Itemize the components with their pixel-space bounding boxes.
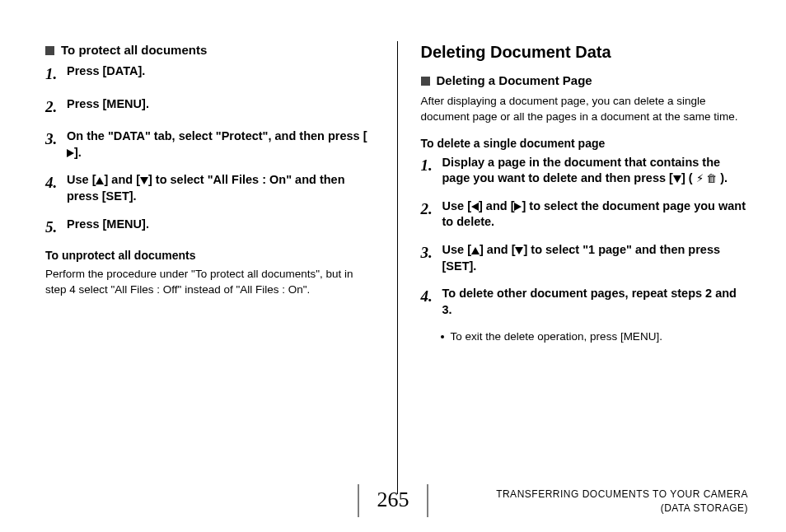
step-item: 1.Press [DATA].: [45, 63, 374, 85]
step-text: Press [MENU].: [67, 96, 374, 113]
section-title: To protect all documents: [61, 43, 207, 57]
right-arrow-icon: [67, 149, 74, 157]
section-heading: To protect all documents: [45, 43, 374, 57]
flash-trash-icon: ⚡︎ 🗑︎: [696, 172, 718, 184]
step-text: Press [DATA].: [67, 63, 374, 80]
step-item: 4.To delete other document pages, repeat…: [421, 286, 750, 318]
down-arrow-icon: [515, 247, 523, 254]
step-item: 4.Use [] and [] to select "All Files : O…: [45, 172, 374, 204]
page-number-box: 265: [358, 484, 428, 517]
step-item: 1.Display a page in the document that co…: [421, 155, 750, 187]
step-item: 2.Use [] and [] to select the document p…: [421, 198, 750, 231]
section-heading: Deleting a Document Page: [421, 73, 750, 87]
bullet-text: To exit the delete operation, press [MEN…: [451, 329, 662, 345]
step-text: Press [MENU].: [67, 217, 374, 233]
step-text: Use [] and [] to select the document pag…: [442, 198, 750, 231]
up-arrow-icon: [96, 177, 104, 184]
square-bullet-icon: [45, 46, 54, 55]
right-heading: Deleting Document Data: [421, 43, 750, 62]
down-arrow-icon: [673, 175, 681, 183]
right-steps-list: 1.Display a page in the document that co…: [421, 155, 750, 319]
step-text: On the "DATA" tab, select "Protect", and…: [67, 128, 374, 161]
step-text: Use [] and [] to select "1 page" and the…: [442, 242, 750, 274]
right-arrow-icon: [514, 203, 522, 211]
right-column: Deleting Document Data Deleting a Docume…: [398, 41, 750, 461]
step-item: 5.Press [MENU].: [45, 217, 374, 238]
footer-text: TRANSFERRING DOCUMENTS TO YOUR CAMERA (D…: [496, 488, 748, 516]
footer-line1: TRANSFERRING DOCUMENTS TO YOUR CAMERA: [496, 488, 748, 502]
footer-line2: (DATA STORAGE): [496, 502, 748, 516]
left-subheading: To unprotect all documents: [45, 249, 374, 262]
step-item: 3.Use [] and [] to select "1 page" and t…: [421, 242, 750, 274]
bullet-dot-icon: [441, 335, 444, 338]
left-steps-list: 1.Press [DATA]. 2.Press [MENU]. 3.On the…: [45, 63, 374, 237]
left-arrow-icon: [471, 203, 479, 211]
step-text: Use [] and [] to select "All Files : On"…: [67, 172, 374, 204]
square-bullet-icon: [421, 77, 430, 86]
down-arrow-icon: [140, 177, 148, 184]
right-subheading: To delete a single document page: [421, 137, 750, 150]
step-item: 2.Press [MENU].: [45, 96, 374, 118]
page-body: To protect all documents 1.Press [DATA].…: [0, 0, 786, 461]
bullet-note: To exit the delete operation, press [MEN…: [441, 329, 750, 345]
up-arrow-icon: [471, 247, 480, 254]
step-item: 3.On the "DATA" tab, select "Protect", a…: [45, 128, 374, 161]
step-text: Display a page in the document that cont…: [442, 155, 750, 187]
section-title: Deleting a Document Page: [437, 73, 592, 87]
step-text: To delete other document pages, repeat s…: [442, 286, 750, 318]
page-number: 265: [377, 488, 409, 512]
right-intro: After displaying a document page, you ca…: [421, 94, 750, 125]
left-column: To protect all documents 1.Press [DATA].…: [45, 41, 397, 461]
page-footer: 265 TRANSFERRING DOCUMENTS TO YOUR CAMER…: [0, 479, 786, 522]
left-paragraph: Perform the procedure under "To protect …: [45, 267, 374, 298]
